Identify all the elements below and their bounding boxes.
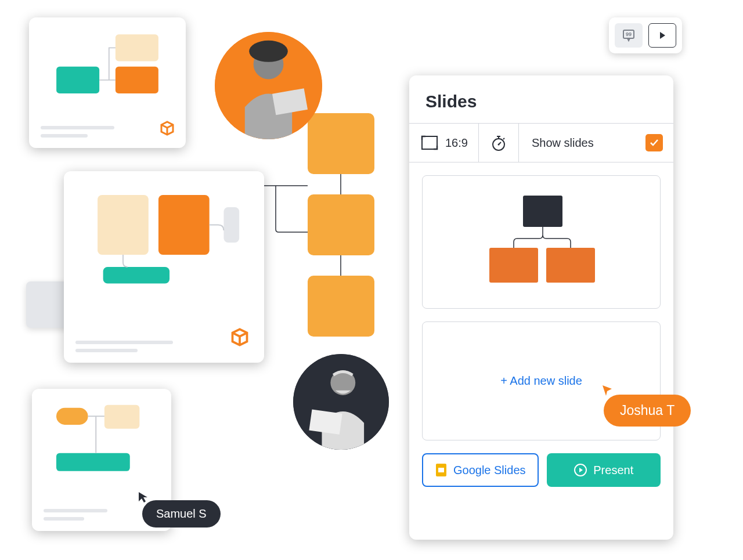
svg-rect-10 — [56, 67, 99, 93]
svg-rect-23 — [489, 248, 538, 283]
checkbox-checked-icon — [645, 134, 663, 151]
svg-rect-8 — [309, 410, 342, 435]
thumbnail-caption — [41, 126, 174, 138]
thumbnail-diagram — [42, 399, 161, 484]
svg-rect-18 — [56, 453, 130, 471]
svg-point-4 — [249, 41, 288, 62]
show-slides-label: Show slides — [532, 136, 594, 150]
collaborator-name: Samuel S — [156, 507, 207, 521]
thumbnail-caption — [75, 341, 253, 352]
svg-text:99: 99 — [626, 31, 632, 37]
panel-footer: Google Slides Present — [409, 440, 673, 500]
svg-rect-12 — [98, 195, 149, 255]
play-circle-icon — [574, 463, 587, 477]
person-icon — [215, 32, 322, 139]
collaborator-avatar — [293, 354, 389, 450]
slide-thumbnail[interactable] — [29, 17, 186, 148]
cursor-icon — [136, 490, 150, 504]
svg-rect-11 — [116, 67, 158, 93]
present-button[interactable]: Present — [547, 453, 661, 487]
thumbnail-diagram — [77, 184, 251, 300]
aspect-ratio-icon — [420, 133, 439, 153]
svg-rect-22 — [523, 196, 562, 227]
app-logo-icon — [228, 326, 251, 351]
quote-bubble-icon: 99 — [622, 28, 636, 42]
current-slide-preview[interactable] — [422, 175, 661, 309]
svg-rect-19 — [422, 136, 437, 149]
collaborator-avatar — [215, 32, 322, 139]
presentation-mode-button[interactable] — [648, 23, 676, 48]
diagram-node — [308, 113, 374, 174]
cursor-icon — [600, 383, 615, 398]
add-slide-link[interactable]: + Add new slide — [500, 374, 582, 388]
collaborator-name: Joshua T — [620, 403, 675, 418]
comment-mode-button[interactable]: 99 — [615, 23, 643, 48]
slides-panel: Slides 16:9 Show slides — [409, 75, 673, 540]
google-slides-button[interactable]: Google Slides — [422, 453, 539, 487]
thumbnail-diagram — [41, 29, 174, 104]
aspect-ratio-value: 16:9 — [445, 136, 468, 150]
panel-title: Slides — [409, 75, 673, 123]
person-icon — [293, 354, 389, 450]
diagram-node — [308, 194, 374, 255]
svg-rect-24 — [546, 248, 595, 283]
show-slides-toggle[interactable]: Show slides — [518, 124, 673, 162]
google-slides-icon — [435, 463, 448, 478]
svg-rect-13 — [158, 195, 210, 255]
slide-thumbnail[interactable] — [64, 171, 264, 363]
diagram-node — [308, 276, 374, 337]
slide-diagram — [472, 190, 611, 294]
svg-rect-26 — [438, 468, 444, 472]
play-icon — [658, 31, 667, 40]
svg-rect-9 — [116, 34, 158, 61]
collaborator-cursor-label: Samuel S — [142, 500, 221, 528]
svg-rect-16 — [56, 408, 88, 425]
svg-rect-14 — [223, 207, 239, 243]
view-mode-toolbar: 99 — [609, 17, 682, 53]
timer-button[interactable] — [478, 124, 518, 162]
aspect-ratio-selector[interactable]: 16:9 — [409, 124, 478, 162]
svg-rect-17 — [104, 405, 139, 429]
svg-point-21 — [497, 144, 499, 146]
present-label: Present — [593, 464, 633, 477]
app-logo-icon — [158, 119, 176, 140]
google-slides-label: Google Slides — [453, 464, 526, 477]
collaborator-cursor-label: Joshua T — [604, 395, 691, 427]
panel-toolbar: 16:9 Show slides — [409, 123, 673, 162]
svg-rect-15 — [103, 267, 169, 284]
stopwatch-icon — [489, 133, 508, 152]
